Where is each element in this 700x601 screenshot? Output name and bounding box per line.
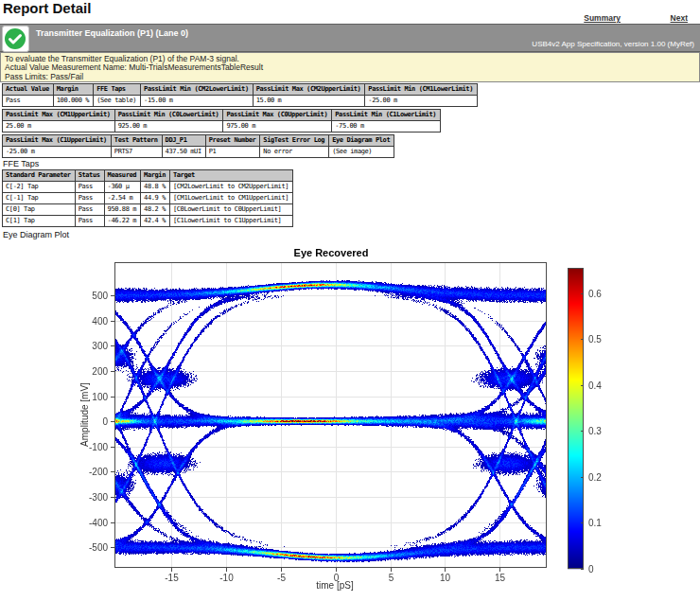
table-cell: 48.2 % bbox=[141, 204, 170, 216]
table-cell: -75.00 m bbox=[332, 121, 441, 133]
table-cell: 437.50 mUI bbox=[162, 147, 205, 158]
table-cell: C[-2] Tap bbox=[3, 182, 76, 193]
page-title: Report Detail bbox=[3, 0, 91, 16]
table-row: 25.00 m 925.00 m 975.00 m -75.00 m bbox=[3, 121, 441, 133]
column-header: PassLimit Max (C0UpperLimit) bbox=[223, 110, 332, 121]
column-header: FFE Taps bbox=[94, 84, 141, 96]
column-header: PassLimit Min (CM2LowerLimit) bbox=[141, 84, 254, 96]
table-cell: -25.00 m bbox=[365, 96, 478, 107]
table-cell: -360 µ bbox=[104, 182, 141, 193]
column-header: PassLimit Max (C1UpperLimit) bbox=[3, 135, 112, 147]
table-header-row: PassLimit Max (C1UpperLimit) Test Patter… bbox=[3, 135, 394, 147]
chart-y-axis-label: Amplitude [mV] bbox=[79, 356, 91, 473]
table-row: C[1] Tap Pass -46.22 m 42.4 % [C1LowerLi… bbox=[3, 216, 293, 227]
table-row: C[0] Tap Pass 950.88 m 48.2 % [C0LowerLi… bbox=[3, 204, 293, 216]
table-cell: 48.8 % bbox=[141, 182, 170, 193]
next-link[interactable]: Next bbox=[671, 13, 688, 23]
table-cell: C[0] Tap bbox=[3, 204, 76, 216]
column-header: Actual Value bbox=[3, 84, 54, 96]
table-cell: [CM2LowerLimit to CM2UpperLimit] bbox=[169, 182, 292, 193]
table-cell: (See image) bbox=[329, 147, 394, 158]
table-cell: No error bbox=[260, 147, 329, 158]
table-cell: -46.22 m bbox=[104, 216, 141, 227]
column-header: Target bbox=[169, 170, 292, 182]
summary-link[interactable]: Summary bbox=[584, 13, 621, 23]
table-cell: C[-1] Tap bbox=[3, 193, 76, 204]
column-header: Measured bbox=[104, 170, 141, 182]
table-header-row: PassLimit Max (CM1UpperLimit) PassLimit … bbox=[3, 110, 441, 121]
table-cell: 44.9 % bbox=[141, 193, 170, 204]
limits-table-2: PassLimit Max (CM1UpperLimit) PassLimit … bbox=[2, 109, 441, 133]
column-header: Test Pattern bbox=[111, 135, 162, 147]
column-header: PassLimit Min (CM1LowerLimit) bbox=[365, 84, 478, 96]
eye-diagram-canvas bbox=[0, 244, 700, 601]
table-cell: Pass bbox=[75, 182, 104, 193]
column-header: SigTest Error Log bbox=[260, 135, 329, 147]
description-line: Actual Value Measurement Name: Multi-Tri… bbox=[5, 63, 695, 72]
table-header-row: Actual Value Margin FFE Taps PassLimit M… bbox=[3, 84, 478, 96]
table-cell: 950.88 m bbox=[104, 204, 141, 216]
table-cell: [CM1LowerLimit to CM1UpperLimit] bbox=[169, 193, 292, 204]
table-cell: 925.00 m bbox=[114, 121, 223, 133]
column-header: PassLimit Max (CM2UpperLimit) bbox=[253, 84, 365, 96]
report-detail-page: Report Detail Summary Next Transmitter E… bbox=[0, 0, 700, 601]
column-header: Margin bbox=[141, 170, 170, 182]
pass-status-icon bbox=[2, 26, 29, 52]
table-cell: -15.00 m bbox=[141, 96, 254, 107]
column-header: Eye Diagram Plot bbox=[329, 135, 394, 147]
check-circle-icon bbox=[4, 27, 26, 50]
table-row: C[-2] Tap Pass -360 µ 48.8 % [CM2LowerLi… bbox=[3, 182, 293, 193]
table-cell: [C0LowerLimit to C0UpperLimit] bbox=[169, 204, 292, 216]
column-header: PassLimit Min (C0LowerLimit) bbox=[114, 110, 223, 121]
table-cell: (See table) bbox=[94, 96, 141, 107]
limits-table-1: Actual Value Margin FFE Taps PassLimit M… bbox=[2, 83, 478, 107]
chart-x-axis-label: time [pS] bbox=[288, 580, 382, 591]
column-header: Preset Number bbox=[205, 135, 260, 147]
table-header-row: Standard Parameter Status Measured Margi… bbox=[3, 170, 293, 182]
eye-diagram-plot-label: Eye Diagram Plot bbox=[3, 230, 69, 239]
table-cell: Pass bbox=[75, 193, 104, 204]
column-header: Margin bbox=[53, 84, 93, 96]
column-header: Status bbox=[75, 170, 104, 182]
table-cell: Pass bbox=[75, 204, 104, 216]
table-cell: C[1] Tap bbox=[3, 216, 76, 227]
column-header: PassLimit Max (CM1UpperLimit) bbox=[3, 110, 115, 121]
table-cell: Pass bbox=[3, 96, 54, 107]
table-cell: 975.00 m bbox=[223, 121, 332, 133]
table-row: -25.00 m PRTS7 437.50 mUI P1 No error (S… bbox=[3, 147, 394, 158]
chart-title: Eye Recovered bbox=[236, 247, 426, 258]
ffe-taps-label: FFE Taps bbox=[3, 159, 39, 168]
table-cell: [C1LowerLimit to C1UpperLimit] bbox=[169, 216, 292, 227]
table-cell: -25.00 m bbox=[3, 147, 112, 158]
table-cell: 15.00 m bbox=[253, 96, 365, 107]
table-cell: PRTS7 bbox=[111, 147, 162, 158]
description-line: Pass Limits: Pass/Fail bbox=[5, 73, 695, 81]
table-row: C[-1] Tap Pass -2.54 m 44.9 % [CM1LowerL… bbox=[3, 193, 293, 204]
ffe-taps-table: Standard Parameter Status Measured Margi… bbox=[2, 169, 293, 227]
column-header: DDJ_P1 bbox=[162, 135, 205, 147]
test-result-banner: Transmitter Equalization (P1) (Lane 0) U… bbox=[0, 24, 700, 52]
table-row: Pass 100.000 % (See table) -15.00 m 15.0… bbox=[3, 96, 478, 107]
table-cell: 100.000 % bbox=[53, 96, 93, 107]
table-cell: -2.54 m bbox=[104, 193, 141, 204]
table-cell: 42.4 % bbox=[141, 216, 170, 227]
column-header: Standard Parameter bbox=[3, 170, 76, 182]
test-title: Transmitter Equalization (P1) (Lane 0) bbox=[36, 28, 188, 38]
table-cell: Pass bbox=[75, 216, 104, 227]
spec-version-label: USB4v2 App Specification, version 1.00 (… bbox=[532, 40, 694, 48]
column-header: PassLimit Min (C1LowerLimit) bbox=[332, 110, 441, 121]
table-cell: 25.00 m bbox=[3, 121, 115, 133]
test-description-box: To evaluate the Transmitter Equalization… bbox=[0, 52, 700, 82]
table-cell: P1 bbox=[205, 147, 260, 158]
limits-table-3: PassLimit Max (C1UpperLimit) Test Patter… bbox=[2, 134, 394, 158]
